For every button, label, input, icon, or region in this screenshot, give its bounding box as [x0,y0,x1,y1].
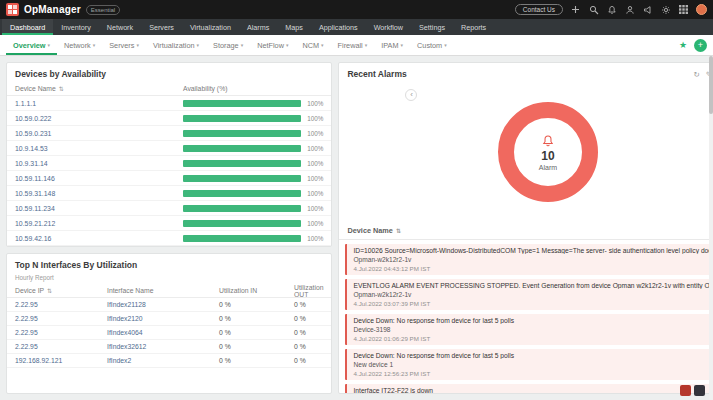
interface-name[interactable]: IfIndex2120 [107,315,219,322]
nav-item-servers[interactable]: Servers [141,19,182,35]
alarm-message: Device Down: No response from device for… [353,317,713,324]
interface-device-ip[interactable]: 2.22.95 [15,315,107,322]
nav-item-virtualization[interactable]: Virtualization [182,19,239,35]
availability-value: 100% [305,115,323,122]
alarm-item[interactable]: EVENTLOG ALARM EVENT PROCESSING STOPPED.… [345,279,713,310]
table-row[interactable]: 10.59.11.146 100% [7,171,331,186]
table-row[interactable]: 10.59.0.231 100% [7,126,331,141]
contact-us-button[interactable]: Contact Us [515,4,563,15]
announcement-icon[interactable] [642,4,653,15]
interface-name[interactable]: IfIndex2 [107,357,219,364]
favorite-star-icon[interactable]: ★ [679,40,687,50]
notification-bell-icon[interactable] [606,4,617,15]
alarm-time: 4.Jul.2022 04:43:12 PM IST [353,265,713,272]
settings-gear-icon[interactable] [660,4,671,15]
table-row[interactable]: 2.22.95 IfIndex2120 0 % 0 % [7,312,331,326]
availability-value: 100% [305,205,323,212]
nav-item-maps[interactable]: Maps [277,19,311,35]
tab-network[interactable]: Network ▾ [57,35,102,55]
table-row[interactable]: 10.59.21.212 100% [7,216,331,231]
utilization-in: 0 % [219,343,294,350]
interface-device-ip[interactable]: 2.22.95 [15,343,107,350]
interface-name[interactable]: IfIndex32612 [107,343,219,350]
table-row[interactable]: 10.59.42.16 100% [7,231,331,246]
interface-device-ip[interactable]: 2.22.95 [15,329,107,336]
availability-bar [183,220,301,227]
app-title: OpManager [24,4,81,15]
table-row[interactable]: 192.168.92.121 IfIndex2 0 % 0 % [7,354,331,368]
table-row[interactable]: 10.59.31.148 100% [7,186,331,201]
utilization-in: 0 % [219,315,294,322]
alarm-item[interactable]: Device Down: No response from device for… [345,314,713,345]
interface-device-ip[interactable]: 192.168.92.121 [15,357,107,364]
user-icon[interactable] [624,4,635,15]
nav-item-reports[interactable]: Reports [453,19,494,35]
device-name-link[interactable]: 10.59.11.146 [15,175,183,182]
chevron-down-icon: ▾ [93,42,96,48]
scrollbar-thumb[interactable] [709,56,713,114]
scrollbar[interactable] [709,56,713,400]
table-row[interactable]: 1.1.1.1 100% [7,96,331,111]
tab-ipam[interactable]: IPAM ▾ [374,35,410,55]
device-name-link[interactable]: 10.59.42.16 [15,235,183,242]
apps-grid-icon[interactable] [678,4,689,15]
device-name-link[interactable]: 10.59.21.212 [15,220,183,227]
search-icon[interactable] [588,4,599,15]
device-name-link[interactable]: 10.59.11.234 [15,205,183,212]
device-name-link[interactable]: 1.1.1.1 [15,100,183,107]
availability-value: 100% [305,235,323,242]
alarm-count-label: Alarm [539,164,557,171]
table-row[interactable]: 10.59.11.234 100% [7,201,331,216]
tab-custom[interactable]: Custom ▾ [410,35,454,55]
refresh-icon[interactable]: ↻ [693,70,699,79]
alarm-item[interactable]: Interface IT22-F22 is down N PLC WEST-1F… [345,384,713,393]
interface-name[interactable]: IfIndex4064 [107,329,219,336]
nav-item-inventory[interactable]: Inventory [53,19,99,35]
sort-icon[interactable]: ⇅ [59,85,64,92]
nav-item-alarms[interactable]: Alarms [239,19,277,35]
nav-item-dashboard[interactable]: Dashboard [2,19,53,35]
device-name-link[interactable]: 10.59.0.231 [15,130,183,137]
interface-device-ip[interactable]: 2.22.95 [15,301,107,308]
interface-name[interactable]: IfIndex21128 [107,301,219,308]
tab-storage[interactable]: Storage ▾ [206,35,250,55]
tab-ncm[interactable]: NCM ▾ [295,35,330,55]
app-logo-icon [6,3,19,16]
tab-label: Firewall [338,41,363,50]
alarm-device: New device 1 [353,361,713,368]
device-name-link[interactable]: 10.59.31.148 [15,190,183,197]
sort-icon[interactable]: ⇅ [47,287,52,294]
table-row[interactable]: 2.22.95 IfIndex32612 0 % 0 % [7,340,331,354]
table-row[interactable]: 2.22.95 IfIndex21128 0 % 0 % [7,298,331,312]
device-name-link[interactable]: 10.59.0.222 [15,115,183,122]
user-avatar[interactable] [696,4,707,15]
alarm-item[interactable]: ID=10026 Source=Microsoft-Windows-Distri… [345,244,713,275]
nav-item-applications[interactable]: Applications [311,19,366,35]
feedback-widget-icon[interactable] [694,385,705,396]
device-name-link[interactable]: 10.9.31.14 [15,160,183,167]
chat-widget-icon[interactable] [680,385,691,396]
tab-firewall[interactable]: Firewall ▾ [331,35,375,55]
tab-virtualization[interactable]: Virtualization ▾ [146,35,206,55]
utilization-out: 0 % [294,301,323,308]
device-name-link[interactable]: 10.9.14.53 [15,145,183,152]
carousel-prev-icon[interactable]: ‹ [405,89,417,101]
tab-netflow[interactable]: NetFlow ▾ [250,35,295,55]
alarm-donut[interactable]: 10 Alarm [498,102,598,202]
availability-bar [183,130,301,137]
table-row[interactable]: 2.22.95 IfIndex4064 0 % 0 % [7,326,331,340]
nav-item-network[interactable]: Network [99,19,141,35]
availability-bar [183,145,301,152]
table-row[interactable]: 10.9.14.53 100% [7,141,331,156]
tab-servers[interactable]: Servers ▾ [102,35,146,55]
alarm-item[interactable]: Device Down: No response from device for… [345,349,713,380]
tab-label: Custom [417,41,442,50]
table-row[interactable]: 10.9.31.14 100% [7,156,331,171]
table-row[interactable]: 10.59.0.222 100% [7,111,331,126]
add-dashboard-button[interactable]: + [694,39,707,52]
tab-overview[interactable]: Overview ▾ [6,35,57,55]
add-icon[interactable] [570,4,581,15]
nav-item-settings[interactable]: Settings [411,19,453,35]
nav-item-workflow[interactable]: Workflow [366,19,411,35]
sort-icon[interactable]: ⇅ [396,227,401,234]
